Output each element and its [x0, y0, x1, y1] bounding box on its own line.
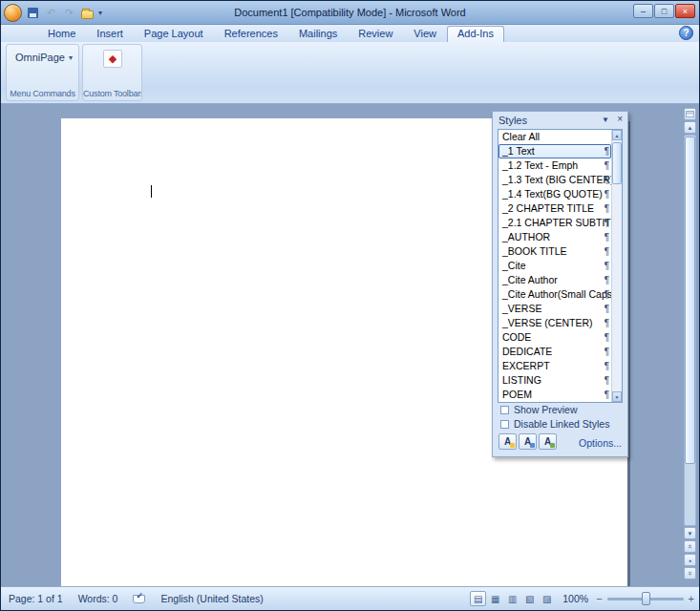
- browse-object-icon: ●: [689, 558, 691, 563]
- ribbon-group-custom-toolbars: ◆ Custom Toolbars: [82, 44, 142, 101]
- style-item[interactable]: _Cite Author¶: [498, 273, 611, 287]
- clear-all-item[interactable]: Clear All: [498, 130, 611, 144]
- ruler-toggle-button[interactable]: [684, 108, 696, 120]
- zoom-slider-track[interactable]: [607, 598, 684, 600]
- tab-view[interactable]: View: [403, 26, 447, 42]
- next-page-button[interactable]: »: [684, 567, 696, 579]
- style-item[interactable]: _VERSE (CENTER)¶: [498, 316, 611, 330]
- language-indicator[interactable]: English (United States): [160, 593, 263, 604]
- style-item[interactable]: CODE¶: [498, 330, 611, 345]
- tab-home[interactable]: Home: [37, 26, 86, 42]
- style-item-label: _1.2 Text - Emph: [502, 159, 578, 171]
- disable-linked-styles-option[interactable]: Disable Linked Styles: [500, 418, 609, 430]
- style-item-label: CODE: [502, 331, 531, 343]
- zoom-slider-thumb[interactable]: [642, 592, 650, 605]
- pilcrow-icon: ¶: [605, 201, 609, 216]
- style-item[interactable]: _VERSE¶: [498, 302, 611, 316]
- style-item[interactable]: _1.3 Text (BIG CENTER)¶: [498, 173, 611, 187]
- styles-panel-header[interactable]: Styles ▼ ×: [493, 112, 627, 128]
- minimize-button[interactable]: –: [633, 4, 653, 18]
- style-item[interactable]: DEDICATE¶: [498, 345, 611, 359]
- styles-scroll-up-icon[interactable]: ▲: [612, 130, 622, 140]
- page-indicator[interactable]: Page: 1 of 1: [9, 593, 63, 604]
- style-item[interactable]: _AUTHOR¶: [498, 230, 611, 244]
- style-inspector-button[interactable]: A: [519, 433, 537, 450]
- proofing-status-icon[interactable]: ✓: [133, 595, 145, 603]
- style-item[interactable]: _1.4 Text(BG QUOTE)¶: [498, 187, 611, 201]
- tab-references[interactable]: References: [214, 26, 288, 42]
- chevrons-down-icon: »: [686, 571, 694, 575]
- pilcrow-icon: ¶: [605, 316, 609, 330]
- tab-insert[interactable]: Insert: [86, 26, 134, 42]
- style-item-label: DEDICATE: [502, 346, 552, 357]
- vertical-scrollbar: ▲ ▼ « ● »: [684, 108, 696, 580]
- new-style-button[interactable]: A: [498, 433, 517, 450]
- style-item-label: _VERSE: [502, 303, 541, 314]
- style-item-label: _Cite Author: [502, 274, 558, 285]
- style-item-label: _BOOK TITLE: [502, 245, 567, 257]
- style-item[interactable]: LISTING¶: [498, 373, 611, 388]
- style-item[interactable]: _1.2 Text - Emph¶: [498, 158, 611, 173]
- show-preview-option[interactable]: Show Preview: [500, 404, 578, 415]
- style-item[interactable]: POEM¶: [498, 388, 611, 402]
- zoom-level[interactable]: 100%: [562, 593, 588, 604]
- outline-view-button[interactable]: ▧: [521, 591, 538, 606]
- pilcrow-icon: ¶: [605, 359, 609, 373]
- scroll-down-button[interactable]: ▼: [684, 527, 696, 539]
- style-item-label: _1.4 Text(BG QUOTE): [502, 188, 603, 200]
- styles-panel-dropdown-icon[interactable]: ▼: [602, 116, 609, 124]
- pilcrow-icon: ¶: [605, 259, 609, 273]
- style-item[interactable]: EXCERPT¶: [498, 359, 611, 373]
- pilcrow-icon: ¶: [605, 216, 609, 230]
- tab-page-layout[interactable]: Page Layout: [134, 26, 214, 42]
- select-browse-object-button[interactable]: ●: [684, 554, 696, 566]
- styles-list-scrollbar[interactable]: ▲ ▼: [611, 130, 622, 402]
- style-item-label: _2 CHAPTER TITLE: [502, 202, 594, 214]
- previous-page-button[interactable]: «: [684, 540, 696, 553]
- styles-scroll-down-icon[interactable]: ▼: [612, 391, 622, 402]
- full-screen-reading-view-button[interactable]: ▦: [487, 591, 503, 606]
- style-item[interactable]: _BOOK TITLE¶: [498, 244, 611, 259]
- group-label-menu-commands: Menu Commands: [7, 89, 78, 98]
- help-button[interactable]: ?: [679, 26, 693, 40]
- word-window: ↶ ↷ ▾ Document1 [Compatibility Mode] - M…: [0, 0, 700, 611]
- status-left: Page: 1 of 1 Words: 0 ✓ English (United …: [9, 587, 264, 610]
- custom-toolbar-button[interactable]: ◆: [103, 50, 122, 68]
- maximize-button[interactable]: □: [654, 4, 674, 18]
- web-layout-view-button[interactable]: ▥: [504, 591, 520, 606]
- text-cursor: [151, 185, 152, 198]
- close-button[interactable]: ×: [675, 4, 695, 18]
- style-item[interactable]: _2 CHAPTER TITLE¶: [498, 201, 611, 216]
- style-item[interactable]: _Cite Author(Small Caps)¶: [498, 287, 611, 302]
- styles-scroll-thumb[interactable]: [612, 142, 622, 184]
- styles-panel-buttons: A A A: [498, 433, 557, 450]
- styles-panel-close-icon[interactable]: ×: [617, 114, 623, 124]
- scrollbar-track[interactable]: [684, 135, 696, 526]
- disable-linked-styles-checkbox[interactable]: [500, 420, 509, 429]
- window-title: Document1 [Compatibility Mode] - Microso…: [1, 7, 699, 18]
- zoom-out-button[interactable]: −: [596, 593, 602, 604]
- options-link[interactable]: Options...: [579, 437, 622, 449]
- styles-panel-title: Styles: [498, 115, 527, 126]
- style-item[interactable]: _Cite¶: [498, 259, 611, 273]
- manage-styles-button[interactable]: A: [539, 433, 557, 450]
- style-item-label: POEM: [502, 389, 532, 400]
- style-item[interactable]: _1 Text¶: [498, 144, 611, 158]
- style-item-label: _Cite Author(Small Caps): [502, 288, 615, 300]
- style-item-label: _AUTHOR: [502, 231, 550, 242]
- show-preview-checkbox[interactable]: [500, 406, 509, 414]
- scrollbar-thumb[interactable]: [685, 137, 695, 464]
- zoom-in-button[interactable]: +: [689, 593, 694, 604]
- omnipage-menu-button[interactable]: OmniPage ▾: [12, 51, 75, 64]
- word-count[interactable]: Words: 0: [78, 593, 118, 604]
- tab-mailings[interactable]: Mailings: [288, 26, 348, 42]
- check-icon: ✓: [136, 591, 143, 600]
- clear-all-label: Clear All: [502, 131, 540, 142]
- scroll-up-button[interactable]: ▲: [684, 121, 696, 134]
- draft-view-button[interactable]: ▨: [539, 591, 555, 606]
- tab-review[interactable]: Review: [348, 26, 403, 42]
- print-layout-view-button[interactable]: ▤: [470, 591, 486, 606]
- tab-add-ins[interactable]: Add-Ins: [447, 26, 504, 42]
- pilcrow-icon: ¶: [605, 388, 609, 402]
- style-item[interactable]: _2.1 CHAPTER SUBTITLE¶: [498, 216, 611, 230]
